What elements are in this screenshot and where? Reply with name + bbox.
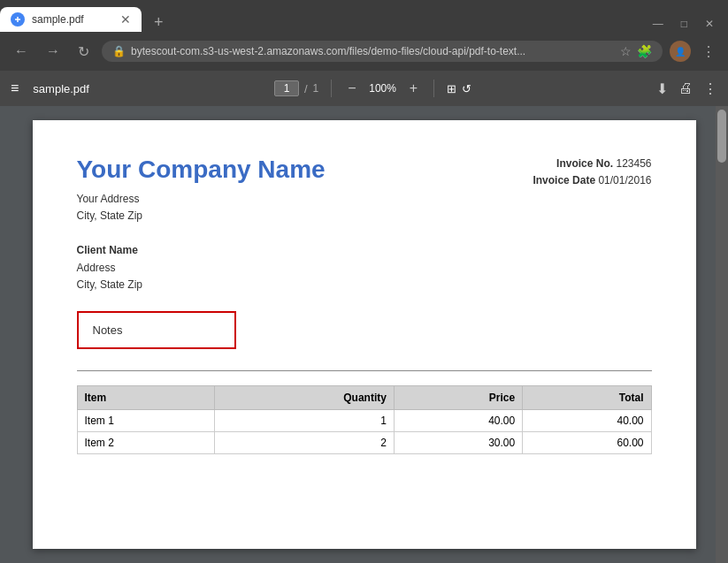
navigation-bar: ← → ↻ 🔒 bytescout-com.s3-us-west-2.amazo… xyxy=(0,32,728,71)
download-icon[interactable]: ⬇ xyxy=(656,80,668,97)
notes-box: Notes xyxy=(77,311,236,349)
company-name: Your Company Name xyxy=(77,156,533,184)
browser-tab[interactable]: sample.pdf ✕ xyxy=(0,7,142,32)
address-bar[interactable]: 🔒 bytescout-com.s3-us-west-2.amazonaws.c… xyxy=(102,41,663,62)
user-avatar[interactable]: 👤 xyxy=(670,41,691,62)
col-price: Price xyxy=(394,385,522,409)
rotate-icon[interactable]: ↺ xyxy=(462,82,471,95)
tab-title: sample.pdf xyxy=(32,13,113,26)
print-icon[interactable]: 🖨 xyxy=(678,80,693,96)
pdf-filename: sample.pdf xyxy=(33,82,89,95)
client-city: City, State Zip xyxy=(77,277,652,293)
table-cell: 2 xyxy=(215,431,395,453)
table-cell: 60.00 xyxy=(523,431,651,453)
toolbar-actions: ⬇ 🖨 ⋮ xyxy=(656,80,717,97)
pdf-menu-button[interactable]: ≡ xyxy=(11,80,19,96)
page-number-input[interactable] xyxy=(274,80,299,96)
close-button[interactable]: ✕ xyxy=(698,16,721,32)
address-text: bytescout-com.s3-us-west-2.amazonaws.com… xyxy=(131,45,615,57)
table-row: Item 1140.0040.00 xyxy=(77,409,651,431)
total-pages: 1 xyxy=(313,82,319,95)
client-name: Client Name xyxy=(77,242,652,259)
col-total: Total xyxy=(523,385,651,409)
zoom-level: 100% xyxy=(365,82,401,95)
fit-page-icon[interactable]: ⊞ xyxy=(447,82,456,95)
col-quantity: Quantity xyxy=(215,385,395,409)
bookmark-icon[interactable]: ☆ xyxy=(620,44,632,58)
notes-label: Notes xyxy=(93,323,123,337)
table-header-row: Item Quantity Price Total xyxy=(77,385,651,409)
minimize-button[interactable]: — xyxy=(646,16,671,32)
pdf-page: Your Company Name Your Address City, Sta… xyxy=(33,120,696,549)
scrollbar-thumb[interactable] xyxy=(717,110,726,163)
col-item: Item xyxy=(77,385,215,409)
client-address: Address xyxy=(77,260,652,277)
company-address: Your Address City, State Zip xyxy=(77,191,533,224)
back-button[interactable]: ← xyxy=(9,42,34,61)
zoom-out-button[interactable]: − xyxy=(344,80,359,96)
lock-icon: 🔒 xyxy=(112,45,126,57)
new-tab-button[interactable]: + xyxy=(149,13,169,32)
invoice-table: Item Quantity Price Total Item 1140.0040… xyxy=(77,385,652,454)
table-cell: 1 xyxy=(215,409,395,431)
toolbar-divider xyxy=(331,80,332,97)
table-cell: 40.00 xyxy=(394,409,522,431)
page-separator: / xyxy=(304,82,308,95)
table-cell: 40.00 xyxy=(523,409,651,431)
more-options-icon[interactable]: ⋮ xyxy=(703,80,717,97)
forward-button[interactable]: → xyxy=(41,42,65,61)
reload-button[interactable]: ↻ xyxy=(73,42,95,62)
table-cell: Item 2 xyxy=(77,431,215,453)
client-info: Client Name Address City, State Zip xyxy=(77,242,652,293)
invoice-info: Invoice No. 123456 Invoice Date 01/01/20… xyxy=(533,156,651,224)
scrollbar[interactable] xyxy=(716,106,728,563)
page-navigation: / 1 − 100% + ⊞ ↺ xyxy=(274,80,471,97)
extensions-icon[interactable]: 🧩 xyxy=(637,44,652,58)
tab-favicon xyxy=(11,12,25,27)
tab-close-button[interactable]: ✕ xyxy=(120,12,131,27)
table-row: Item 2230.0060.00 xyxy=(77,431,651,453)
browser-menu-button[interactable]: ⋮ xyxy=(698,43,719,60)
invoice-date-line: Invoice Date 01/01/2016 xyxy=(533,172,651,189)
zoom-in-button[interactable]: + xyxy=(406,80,421,96)
pdf-viewer: Your Company Name Your Address City, Sta… xyxy=(0,106,728,563)
table-cell: 30.00 xyxy=(394,431,522,453)
maximize-button[interactable]: □ xyxy=(674,16,694,32)
section-divider xyxy=(77,370,652,371)
toolbar-divider2 xyxy=(433,80,434,97)
table-cell: Item 1 xyxy=(77,409,215,431)
pdf-toolbar: ≡ sample.pdf / 1 − 100% + ⊞ ↺ ⬇ 🖨 ⋮ xyxy=(0,71,728,106)
invoice-number-line: Invoice No. 123456 xyxy=(533,156,651,172)
